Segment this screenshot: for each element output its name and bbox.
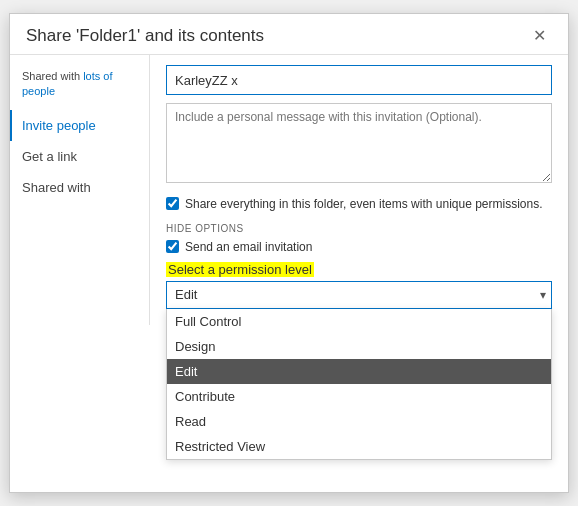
dropdown-list: Full Control Design Edit Contribute Read… [166,309,552,460]
hide-options-label: HIDE OPTIONS [166,223,552,234]
invite-input[interactable] [166,65,552,95]
email-invite-label: Send an email invitation [185,240,312,254]
shared-prefix: Shared with [22,70,83,82]
sidebar-item-invite-people[interactable]: Invite people [10,110,149,141]
dropdown-item-full-control[interactable]: Full Control [167,309,551,334]
sidebar: Shared with lots of people Invite people… [10,55,150,325]
sidebar-item-get-a-link[interactable]: Get a link [10,141,149,172]
dialog-title: Share 'Folder1' and its contents [26,26,264,46]
message-textarea[interactable] [166,103,552,183]
share-everything-checkbox[interactable] [166,197,179,210]
dropdown-item-contribute[interactable]: Contribute [167,384,551,409]
shared-text: Shared with lots of people [10,65,149,110]
email-invite-checkbox[interactable] [166,240,179,253]
dropdown-item-restricted-view[interactable]: Restricted View [167,434,551,459]
dialog-body: Shared with lots of people Invite people… [10,55,568,325]
permission-level-label: Select a permission level [166,262,314,277]
share-everything-label: Share everything in this folder, even it… [185,196,543,213]
sidebar-item-shared-with[interactable]: Shared with [10,172,149,203]
permission-select-wrapper: Full Control Design Edit Contribute Read… [166,281,552,309]
permission-select[interactable]: Full Control Design Edit Contribute Read… [166,281,552,309]
close-button[interactable]: ✕ [527,26,552,46]
main-content: Share everything in this folder, even it… [150,55,568,325]
dropdown-item-edit[interactable]: Edit [167,359,551,384]
email-invite-row: Send an email invitation [166,240,552,254]
dialog-header: Share 'Folder1' and its contents ✕ [10,14,568,55]
dropdown-item-design[interactable]: Design [167,334,551,359]
share-everything-row: Share everything in this folder, even it… [166,196,552,213]
dropdown-item-read[interactable]: Read [167,409,551,434]
share-dialog: Share 'Folder1' and its contents ✕ Share… [9,13,569,493]
